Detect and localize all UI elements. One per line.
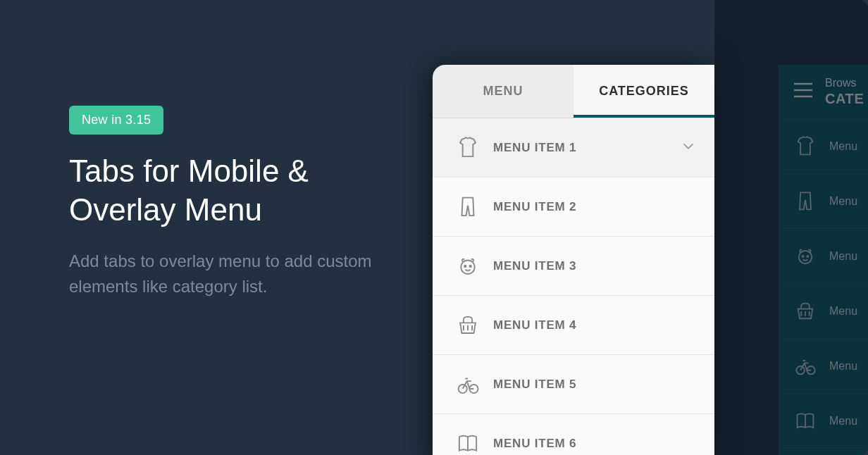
basket-icon <box>454 311 482 339</box>
bg-menu-item[interactable]: Menu <box>779 338 868 393</box>
menu-item-label: MENU ITEM 1 <box>493 141 576 155</box>
bg-menu-item-label: Menu <box>829 140 857 153</box>
menu-item[interactable]: MENU ITEM 2 <box>433 177 714 237</box>
book-icon <box>794 410 817 432</box>
basket-icon <box>794 300 817 323</box>
menu-item-label: MENU ITEM 4 <box>493 318 576 332</box>
book-icon <box>454 430 482 456</box>
overlay-menu-panel: MENU CATEGORIES MENU ITEM 1MENU ITEM 2ME… <box>433 65 714 455</box>
promo-title: Tabs for Mobile & Overlay Menu <box>69 151 379 229</box>
shirt-icon <box>454 134 482 162</box>
bike-icon <box>454 370 482 399</box>
kid-icon <box>794 245 817 268</box>
version-badge: New in 3.15 <box>69 106 163 135</box>
menu-item[interactable]: MENU ITEM 1 <box>433 118 714 177</box>
background-categories-panel: Brows CATE MenuMenuMenuMenuMenuMenuMenu <box>779 65 868 455</box>
bg-menu-item-label: Menu <box>829 305 857 318</box>
tab-menu[interactable]: MENU <box>433 65 574 118</box>
menu-item[interactable]: MENU ITEM 5 <box>433 355 714 414</box>
promo-subtitle: Add tabs to overlay menu to add custom e… <box>69 249 379 299</box>
menu-item[interactable]: MENU ITEM 4 <box>433 296 714 355</box>
tab-categories[interactable]: CATEGORIES <box>574 65 714 118</box>
bg-menu-item[interactable]: Menu <box>779 393 868 448</box>
bg-menu-item[interactable]: Menu <box>779 448 868 455</box>
menu-item-label: MENU ITEM 5 <box>493 378 576 392</box>
bike-icon <box>794 355 817 378</box>
bg-menu-item-label: Menu <box>829 195 857 208</box>
overlay-tabs: MENU CATEGORIES <box>433 65 714 118</box>
kid-icon <box>454 252 482 280</box>
bg-menu-item[interactable]: Menu <box>779 283 868 338</box>
menu-item[interactable]: MENU ITEM 6 <box>433 414 714 455</box>
menu-item-label: MENU ITEM 6 <box>493 437 576 451</box>
bg-menu-item[interactable]: Menu <box>779 118 868 173</box>
bg-menu-item-label: Menu <box>829 360 857 373</box>
bg-menu-item-label: Menu <box>829 415 857 428</box>
menu-item[interactable]: MENU ITEM 3 <box>433 237 714 296</box>
shirt-icon <box>794 135 817 158</box>
hamburger-icon[interactable] <box>793 82 814 101</box>
menu-item-label: MENU ITEM 2 <box>493 200 576 214</box>
browse-categories-heading: Brows CATE <box>825 76 864 106</box>
bg-menu-item[interactable]: Menu <box>779 173 868 228</box>
pants-icon <box>454 193 482 221</box>
bg-menu-item[interactable]: Menu <box>779 228 868 283</box>
bg-menu-item-label: Menu <box>829 250 857 263</box>
pants-icon <box>794 190 817 213</box>
menu-item-label: MENU ITEM 3 <box>493 259 576 273</box>
chevron-down-icon <box>681 139 696 157</box>
